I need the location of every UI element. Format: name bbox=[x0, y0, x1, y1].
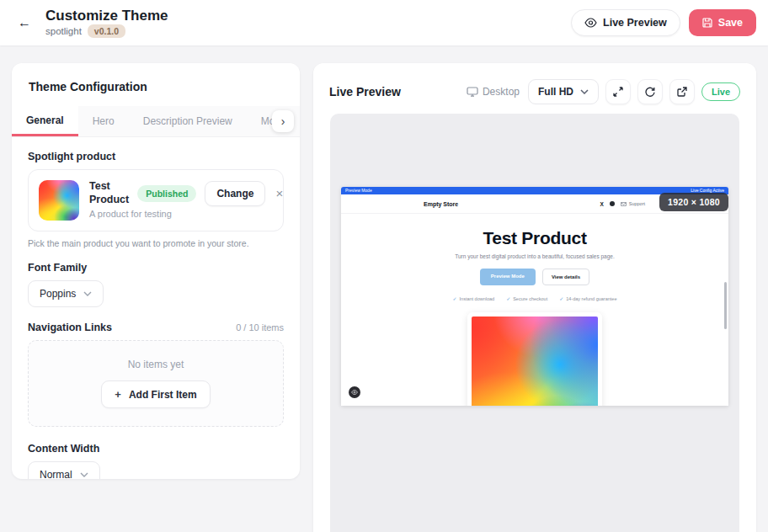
content-width-label: Content Width bbox=[28, 443, 284, 455]
dimensions-badge: 1920 × 1080 bbox=[659, 193, 728, 211]
remove-product-button[interactable]: × bbox=[274, 187, 285, 200]
feature-label: Instant download bbox=[460, 296, 495, 301]
theme-configuration-panel: Theme Configuration General Hero Descrip… bbox=[12, 63, 300, 479]
store-hero: Test Product Turn your best digital prod… bbox=[341, 214, 728, 406]
refresh-button[interactable] bbox=[637, 79, 663, 104]
preview-mode-label: Preview Mode bbox=[345, 187, 372, 194]
config-panel-title: Theme Configuration bbox=[12, 63, 300, 93]
chevron-down-icon bbox=[83, 291, 92, 296]
expand-icon bbox=[613, 87, 623, 97]
version-badge: v0.1.0 bbox=[88, 24, 125, 38]
resolution-select[interactable]: Full HD bbox=[528, 79, 599, 104]
preview-panel-title: Live Preview bbox=[329, 85, 401, 98]
font-family-label: Font Family bbox=[28, 262, 284, 274]
tab-general[interactable]: General bbox=[12, 106, 78, 136]
feature-label: 14-day refund guarantee bbox=[566, 296, 616, 301]
font-family-value: Poppins bbox=[40, 288, 76, 300]
store-name: Empty Store bbox=[424, 201, 458, 207]
hero-features: ✓Instant download ✓Secure checkout ✓14-d… bbox=[341, 295, 728, 301]
hero-product-card bbox=[467, 312, 602, 406]
eye-icon bbox=[584, 18, 597, 28]
device-label: Desktop bbox=[483, 86, 520, 98]
check-icon: ✓ bbox=[559, 296, 563, 301]
preview-fab-button[interactable] bbox=[349, 386, 360, 398]
spotlight-helper-text: Pick the main product you want to promot… bbox=[28, 238, 284, 248]
plus-icon: + bbox=[115, 388, 121, 401]
hero-subtitle: Turn your best digital product into a be… bbox=[341, 253, 728, 259]
save-button[interactable]: Save bbox=[689, 9, 756, 36]
status-badge: Published bbox=[137, 185, 196, 202]
device-indicator: Desktop bbox=[467, 86, 520, 98]
live-preview-button[interactable]: Live Preview bbox=[571, 9, 680, 36]
external-link-icon bbox=[677, 87, 687, 97]
change-product-button[interactable]: Change bbox=[205, 181, 265, 206]
check-icon: ✓ bbox=[453, 296, 457, 301]
tab-bar: General Hero Description Preview More › bbox=[12, 106, 300, 137]
add-first-item-label: Add First Item bbox=[129, 389, 197, 401]
font-family-select[interactable]: Poppins bbox=[28, 280, 104, 307]
mail-icon bbox=[621, 202, 627, 206]
check-icon: ✓ bbox=[506, 296, 510, 301]
save-label: Save bbox=[718, 17, 743, 29]
live-badge: Live bbox=[701, 82, 740, 101]
tabs-scroll-right-button[interactable]: › bbox=[272, 110, 294, 132]
refresh-icon bbox=[645, 87, 655, 97]
spotlight-product-card: Test Product Published Change × A produc… bbox=[28, 169, 284, 231]
feature-label: Secure checkout bbox=[513, 296, 547, 301]
chevron-right-icon: › bbox=[281, 115, 285, 127]
hero-title: Test Product bbox=[341, 228, 728, 248]
app-header: ← Customize Theme spotlight v0.1.0 Live … bbox=[0, 0, 768, 45]
support-link[interactable]: Support bbox=[621, 201, 645, 206]
preview-header: Live Preview Desktop Full HD bbox=[313, 63, 756, 114]
content-width-value: Normal bbox=[40, 469, 72, 479]
theme-name: spotlight bbox=[45, 26, 82, 36]
resolution-value: Full HD bbox=[538, 86, 573, 98]
hero-secondary-button[interactable]: View details bbox=[542, 269, 589, 285]
customize-theme-screen: ← Customize Theme spotlight v0.1.0 Live … bbox=[0, 0, 768, 532]
live-preview-label: Live Preview bbox=[603, 17, 667, 29]
product-name: Test Product bbox=[89, 180, 129, 206]
product-description: A product for testing bbox=[89, 209, 273, 219]
navigation-links-empty-state: No items yet + Add First Item bbox=[28, 340, 284, 427]
github-icon[interactable] bbox=[610, 201, 615, 206]
hero-primary-button[interactable]: Preview Mode bbox=[480, 269, 536, 285]
preview-browser-frame: Preview Mode Live Config Active Empty St… bbox=[341, 187, 728, 406]
title-block: Customize Theme spotlight v0.1.0 bbox=[45, 8, 168, 39]
back-button[interactable]: ← bbox=[12, 10, 37, 35]
tab-description-preview[interactable]: Description Preview bbox=[129, 106, 247, 136]
browser-scrollbar[interactable] bbox=[724, 282, 727, 329]
spotlight-product-label: Spotlight product bbox=[28, 151, 284, 162]
back-arrow-icon: ← bbox=[18, 15, 31, 29]
chevron-down-icon bbox=[580, 89, 589, 94]
eye-icon bbox=[351, 390, 358, 395]
product-thumbnail bbox=[39, 180, 79, 221]
x-social-icon[interactable]: X bbox=[600, 201, 603, 207]
preview-viewport: 1920 × 1080 Preview Mode Live Config Act… bbox=[330, 114, 739, 532]
support-label: Support bbox=[629, 201, 645, 206]
navigation-links-counter: 0 / 10 items bbox=[236, 322, 284, 332]
page-title: Customize Theme bbox=[45, 8, 168, 24]
chevron-down-icon bbox=[80, 472, 88, 477]
open-external-button[interactable] bbox=[669, 79, 695, 104]
monitor-icon bbox=[467, 87, 478, 97]
empty-state-text: No items yet bbox=[128, 359, 184, 370]
close-icon: × bbox=[275, 186, 283, 200]
save-icon bbox=[702, 18, 712, 28]
navigation-links-label: Navigation Links bbox=[28, 322, 112, 333]
hero-product-image bbox=[472, 317, 598, 406]
content-width-select[interactable]: Normal bbox=[28, 461, 100, 479]
live-preview-panel: Live Preview Desktop Full HD bbox=[313, 63, 756, 532]
config-panel-body: Spotlight product Test Product Published… bbox=[12, 137, 300, 479]
fullscreen-button[interactable] bbox=[605, 79, 631, 104]
tab-hero[interactable]: Hero bbox=[78, 106, 129, 136]
add-first-item-button[interactable]: + Add First Item bbox=[101, 380, 210, 408]
